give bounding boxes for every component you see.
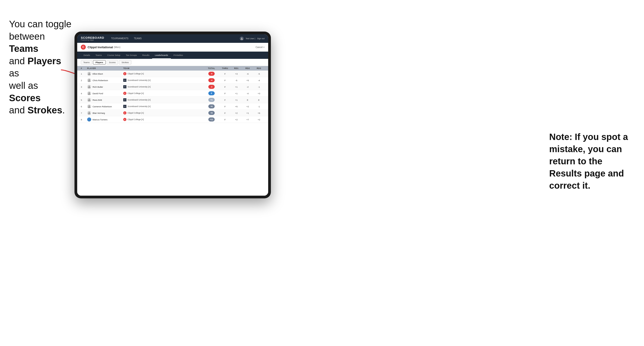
player-cell: Cameron Robertson bbox=[87, 104, 123, 108]
col-header-total: TOTAL bbox=[204, 67, 220, 69]
team-cell: S Scoreboard University [A] bbox=[123, 85, 204, 88]
player-avatar bbox=[87, 85, 91, 89]
player-cell: Rich Butler bbox=[87, 85, 123, 89]
tablet-frame: SCOREBOARD Powered by clippd TOURNAMENTS… bbox=[74, 31, 271, 198]
player-avatar-marcus bbox=[87, 117, 91, 122]
player-cell: Elliot Ebert bbox=[87, 72, 123, 76]
total-score: -2 bbox=[208, 85, 215, 89]
tournament-subtitle: (Men) bbox=[114, 46, 120, 48]
svg-point-4 bbox=[88, 86, 90, 87]
logo-area: SCOREBOARD Powered by clippd bbox=[81, 36, 104, 41]
player-avatar bbox=[87, 91, 91, 95]
tab-details[interactable]: Details bbox=[81, 52, 93, 59]
table-row: 2 Chris Robertson S Scoreboard Universit… bbox=[77, 77, 268, 84]
leaderboard-table: # PLAYER TEAM TOTAL THRU RD1 RD2 RD3 1 E… bbox=[77, 66, 268, 196]
tournament-header: C Clippd Invitational (Men) Cancel × bbox=[77, 43, 268, 52]
cancel-button[interactable]: Cancel × bbox=[256, 46, 264, 48]
teams-bold: Teams bbox=[9, 43, 38, 54]
nav-signout[interactable]: Sign out bbox=[257, 37, 264, 40]
player-avatar bbox=[87, 72, 91, 76]
svg-point-7 bbox=[88, 105, 90, 107]
table-row: 5 Rees Britt S Scoreboard University [A]… bbox=[77, 97, 268, 103]
table-row: 8 Marcus Turners C Clippd College [A] +1… bbox=[77, 116, 268, 123]
table-row: 4 David Ford C Clippd College [A] E F +1… bbox=[77, 90, 268, 97]
top-nav: SCOREBOARD Powered by clippd TOURNAMENTS… bbox=[77, 34, 268, 43]
col-header-team: TEAM bbox=[123, 67, 204, 69]
player-avatar bbox=[87, 78, 91, 82]
nav-right: Test User | Sign out bbox=[240, 36, 264, 41]
table-row: 1 Elliot Ebert C Clippd College [A] -8 F… bbox=[77, 71, 268, 77]
tab-tee-groups[interactable]: Tee Groups bbox=[123, 52, 140, 59]
svg-point-3 bbox=[88, 79, 90, 80]
sub-tab-players[interactable]: Players bbox=[93, 60, 106, 64]
tablet-screen: SCOREBOARD Powered by clippd TOURNAMENTS… bbox=[77, 34, 268, 196]
table-row: 3 Rich Butler S Scoreboard University [A… bbox=[77, 84, 268, 90]
nav-tournaments[interactable]: TOURNAMENTS bbox=[109, 36, 131, 41]
total-score: -8 bbox=[208, 72, 215, 76]
player-avatar bbox=[87, 111, 91, 115]
table-header: # PLAYER TEAM TOTAL THRU RD1 RD2 RD3 bbox=[77, 66, 268, 71]
nav-links: TOURNAMENTS TEAMS bbox=[109, 36, 240, 41]
logo-text: SCOREBOARD bbox=[81, 36, 104, 39]
sub-tab-teams[interactable]: Teams bbox=[81, 60, 92, 64]
total-score: +11 bbox=[208, 117, 215, 122]
sub-tab-scores[interactable]: Scores bbox=[106, 60, 118, 64]
player-cell: David Ford bbox=[87, 91, 123, 95]
tab-course-setup[interactable]: Course Setup bbox=[104, 52, 123, 59]
col-header-player: PLAYER bbox=[87, 67, 123, 69]
players-bold: Players bbox=[28, 56, 61, 66]
strokes-bold: Strokes bbox=[28, 105, 62, 115]
tournament-title: Clippd Invitational bbox=[88, 45, 113, 49]
col-header-thru: THRU bbox=[220, 67, 231, 69]
col-header-rd1: RD1 bbox=[231, 67, 242, 69]
col-header-rd3: RD3 bbox=[253, 67, 264, 69]
total-score: +8 bbox=[208, 111, 215, 115]
player-cell: Marcus Turners bbox=[87, 117, 123, 122]
total-score: +1 bbox=[208, 98, 215, 102]
tab-leaderboards[interactable]: Leaderboards bbox=[152, 52, 171, 59]
team-cell: C Clippd College [A] bbox=[123, 111, 204, 115]
user-icon bbox=[240, 36, 244, 41]
player-cell: Blair McHarg bbox=[87, 111, 123, 115]
total-score: E bbox=[208, 91, 215, 95]
svg-point-6 bbox=[88, 99, 90, 100]
svg-point-5 bbox=[88, 92, 90, 94]
player-cell: Rees Britt bbox=[87, 98, 123, 102]
team-cell: C Clippd College [A] bbox=[123, 72, 204, 75]
nav-user-text: Test User | bbox=[246, 37, 255, 40]
scores-bold: Scores bbox=[9, 93, 41, 103]
svg-point-8 bbox=[88, 112, 90, 113]
team-cell: C Clippd College [A] bbox=[123, 92, 204, 95]
nav-teams[interactable]: TEAMS bbox=[132, 36, 144, 41]
table-row: 7 Blair McHarg C Clippd College [A] +8 F… bbox=[77, 110, 268, 116]
sub-tabs: Teams Players Scores Strokes bbox=[77, 59, 268, 66]
sub-tab-strokes[interactable]: Strokes bbox=[119, 60, 131, 64]
total-score: -4 bbox=[208, 78, 215, 82]
table-row: 6 Cameron Robertson S Scoreboard Univers… bbox=[77, 103, 268, 110]
team-cell: C Clippd College [A] bbox=[123, 118, 204, 121]
team-cell: S Scoreboard University [A] bbox=[123, 79, 204, 82]
player-avatar bbox=[87, 98, 91, 102]
player-cell: Chris Robertson bbox=[87, 78, 123, 82]
tab-teams[interactable]: Teams bbox=[93, 52, 104, 59]
tab-nav: Details Teams Course Setup Tee Groups Re… bbox=[77, 52, 268, 59]
team-cell: S Scoreboard University [A] bbox=[123, 98, 204, 101]
tournament-logo: C bbox=[81, 45, 86, 50]
team-cell: S Scoreboard University [A] bbox=[123, 105, 204, 108]
logo-sub: Powered by clippd bbox=[81, 39, 104, 41]
player-avatar bbox=[87, 104, 91, 108]
tab-results[interactable]: Results bbox=[140, 52, 152, 59]
col-header-rank: # bbox=[81, 67, 87, 69]
right-annotation: Note: If you spot a mistake, you can ret… bbox=[549, 131, 635, 191]
svg-point-2 bbox=[88, 73, 90, 74]
total-score: +6 bbox=[208, 104, 215, 108]
col-header-rd2: RD2 bbox=[242, 67, 253, 69]
tab-printables[interactable]: Printables bbox=[171, 52, 186, 59]
